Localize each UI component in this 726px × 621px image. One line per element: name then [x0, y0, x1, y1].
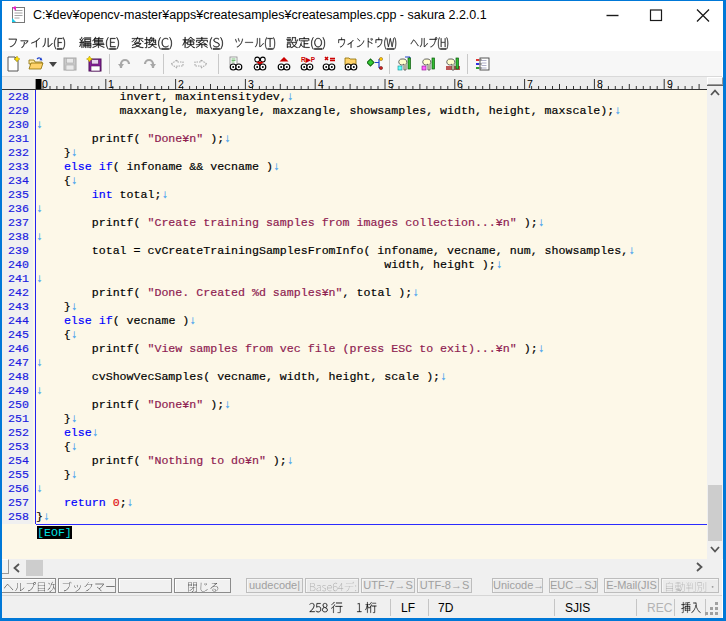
svg-text:4: 4 [318, 78, 324, 90]
svg-text:3: 3 [248, 78, 254, 90]
svg-text:9: 9 [667, 78, 673, 90]
svg-text:8: 8 [597, 78, 603, 90]
svg-text:0: 0 [42, 78, 48, 90]
svg-text:R▶P: R▶P [301, 56, 315, 64]
svg-text:1: 1 [108, 78, 114, 90]
svg-text:7: 7 [527, 78, 533, 90]
svg-text:2: 2 [178, 78, 184, 90]
svg-text:6: 6 [457, 78, 463, 90]
svg-text:5: 5 [388, 78, 394, 90]
